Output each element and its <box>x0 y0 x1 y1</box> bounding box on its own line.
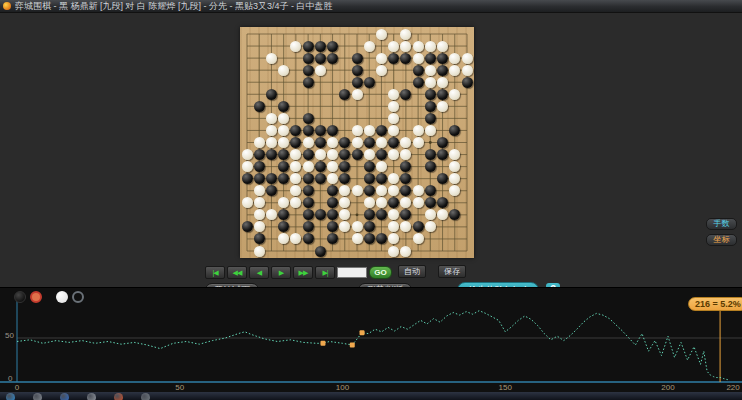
taskbar-icon-3[interactable] <box>87 393 96 400</box>
white-stone <box>364 41 375 52</box>
white-stone <box>315 65 326 76</box>
fast-forward-button[interactable]: ▶▶ <box>293 266 313 279</box>
black-stone <box>303 221 314 232</box>
black-stone <box>303 197 314 208</box>
black-stone <box>327 125 338 136</box>
white-stone <box>376 65 387 76</box>
black-stone <box>413 221 424 232</box>
white-stone <box>413 137 424 148</box>
last-move-button[interactable]: ▶| <box>315 266 335 279</box>
black-stone <box>437 89 448 100</box>
black-stone <box>364 173 375 184</box>
go-board[interactable] <box>240 27 474 258</box>
window-title: 弈城围棋 - 黑 杨鼎新 [九段] 对 白 陈耀烨 [九段] - 分先 - 黑贴… <box>15 0 333 13</box>
go-button[interactable]: GO <box>369 266 392 279</box>
white-stone <box>376 53 387 64</box>
move-winrate-tooltip: 216 = 5.2% <box>688 297 742 311</box>
black-stone <box>303 53 314 64</box>
black-stone <box>352 149 363 160</box>
white-stone <box>254 185 265 196</box>
white-stone <box>388 246 399 257</box>
x-tick-label: 0 <box>15 383 19 392</box>
white-stone <box>266 125 277 136</box>
black-stone <box>254 101 265 112</box>
black-stone <box>339 89 350 100</box>
white-stone <box>388 89 399 100</box>
white-stone <box>413 53 424 64</box>
white-stone <box>278 113 289 124</box>
fast-back-button[interactable]: ◀◀ <box>227 266 247 279</box>
black-stone <box>425 113 436 124</box>
white-stone-toggle[interactable] <box>56 291 68 303</box>
back-button[interactable]: ◀ <box>249 266 269 279</box>
auto-play-button[interactable]: 自动 <box>398 265 426 278</box>
taskbar-icon-4[interactable] <box>114 393 123 400</box>
white-stone <box>413 41 424 52</box>
white-stone <box>413 197 424 208</box>
black-stone <box>254 161 265 172</box>
black-stone <box>425 101 436 112</box>
black-stone <box>462 77 473 88</box>
white-stone <box>315 149 326 160</box>
taskbar-icon-5[interactable] <box>141 393 150 400</box>
winrate-chart[interactable] <box>0 288 742 393</box>
black-stone <box>303 173 314 184</box>
black-stone <box>266 89 277 100</box>
save-button[interactable]: 保存 <box>438 265 466 278</box>
coordinates-toggle[interactable]: 坐标 <box>706 234 737 246</box>
black-stone <box>364 185 375 196</box>
white-stone <box>425 41 436 52</box>
windows-taskbar <box>0 392 742 400</box>
playback-controls: |◀ ◀◀ ◀ ▶ ▶▶ ▶| GO <box>205 265 392 279</box>
taskbar-icon-2[interactable] <box>60 393 69 400</box>
white-stone <box>425 77 436 88</box>
white-stone <box>413 185 424 196</box>
x-tick-label: 220 <box>726 383 739 392</box>
y-axis-label-50: 50 <box>5 331 14 340</box>
white-stone <box>266 137 277 148</box>
white-stone <box>376 137 387 148</box>
black-stone <box>278 101 289 112</box>
white-stone <box>352 185 363 196</box>
white-stone <box>462 53 473 64</box>
black-stone-toggle[interactable] <box>14 291 26 303</box>
white-stone <box>352 125 363 136</box>
title-bar: 弈城围棋 - 黑 杨鼎新 [九段] 对 白 陈耀烨 [九段] - 分先 - 黑贴… <box>0 0 742 13</box>
black-stone <box>254 173 265 184</box>
selected-color-toggle[interactable] <box>30 291 42 303</box>
first-move-button[interactable]: |◀ <box>205 266 225 279</box>
white-stone <box>290 41 301 52</box>
start-button[interactable] <box>6 393 15 400</box>
taskbar-icon-1[interactable] <box>33 393 42 400</box>
move-numbers-toggle[interactable]: 手数 <box>706 218 737 230</box>
black-stone <box>254 149 265 160</box>
white-stone <box>449 65 460 76</box>
white-stone <box>327 137 338 148</box>
hollow-color-toggle[interactable] <box>72 291 84 303</box>
black-stone <box>437 65 448 76</box>
y-axis-label-0: 0 <box>8 374 12 383</box>
black-stone <box>266 149 277 160</box>
white-stone <box>303 161 314 172</box>
forward-button[interactable]: ▶ <box>271 266 291 279</box>
white-stone <box>303 137 314 148</box>
black-stone <box>437 137 448 148</box>
white-stone <box>254 209 265 220</box>
black-stone <box>315 41 326 52</box>
white-stone <box>254 197 265 208</box>
white-stone <box>242 161 253 172</box>
white-stone <box>364 125 375 136</box>
black-stone <box>315 246 326 257</box>
white-stone <box>352 221 363 232</box>
white-stone <box>400 41 411 52</box>
black-stone <box>400 53 411 64</box>
move-number-input[interactable] <box>337 267 367 278</box>
white-stone <box>352 89 363 100</box>
x-tick-label: 100 <box>336 383 349 392</box>
white-stone <box>449 53 460 64</box>
white-stone <box>352 137 363 148</box>
white-stone <box>437 101 448 112</box>
white-stone <box>376 161 387 172</box>
x-tick-label: 150 <box>499 383 512 392</box>
winrate-legend <box>14 290 84 304</box>
